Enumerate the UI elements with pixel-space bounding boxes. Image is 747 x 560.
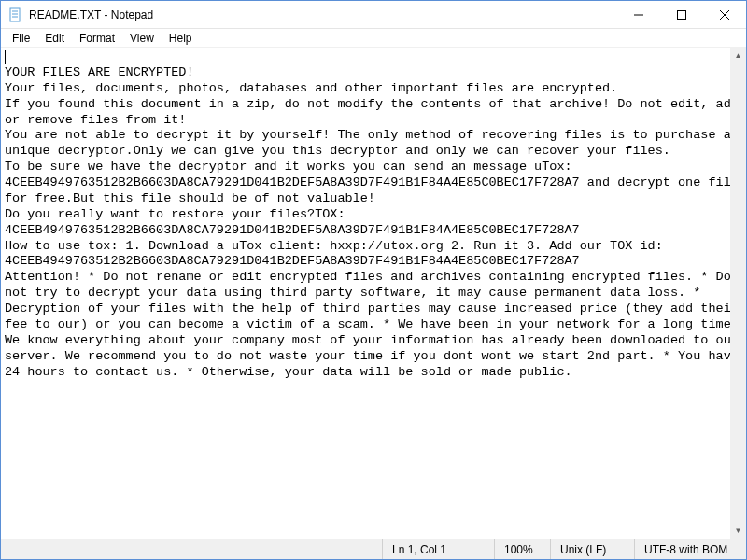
menu-view[interactable]: View [122,30,162,47]
statusbar: Ln 1, Col 1 100% Unix (LF) UTF-8 with BO… [1,539,746,559]
svg-rect-5 [678,10,686,19]
minimize-button[interactable] [617,1,660,28]
menubar: File Edit Format View Help [1,29,746,48]
vertical-scrollbar[interactable]: ▲ ▼ [730,48,746,539]
scroll-down-arrow-icon[interactable]: ▼ [730,523,746,539]
notepad-app-icon [8,7,23,22]
status-zoom: 100% [494,539,550,559]
menu-help[interactable]: Help [162,30,200,47]
window-controls [617,1,746,28]
titlebar: README.TXT - Notepad [1,1,746,29]
menu-format[interactable]: Format [72,30,122,47]
status-line-ending: Unix (LF) [550,539,634,559]
maximize-button[interactable] [660,1,703,28]
status-cursor-position: Ln 1, Col 1 [382,539,494,559]
scroll-up-arrow-icon[interactable]: ▲ [730,48,746,63]
close-button[interactable] [703,1,746,28]
menu-edit[interactable]: Edit [37,30,72,47]
svg-rect-0 [10,8,20,21]
text-cursor [5,50,6,64]
window-title: README.TXT - Notepad [29,8,617,21]
scroll-track[interactable] [730,63,746,523]
status-encoding: UTF-8 with BOM [634,539,746,559]
text-editor-area[interactable]: YOUR FILES ARE ENCRYPTED! Your files, do… [1,48,746,539]
menu-file[interactable]: File [5,30,37,47]
